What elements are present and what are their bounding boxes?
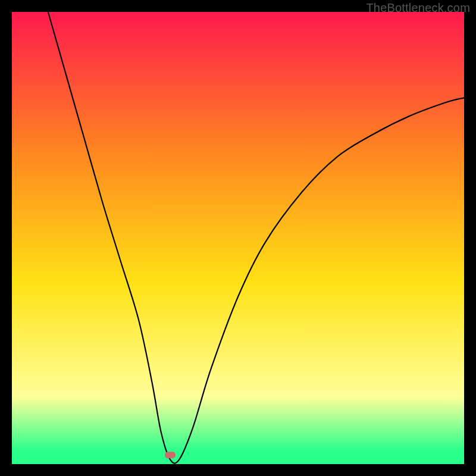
optimal-point-marker (165, 452, 176, 458)
watermark-text: TheBottleneck.com (366, 1, 470, 15)
chart-frame: TheBottleneck.com (0, 0, 476, 476)
chart-svg (12, 12, 464, 464)
gradient-background (12, 12, 464, 464)
